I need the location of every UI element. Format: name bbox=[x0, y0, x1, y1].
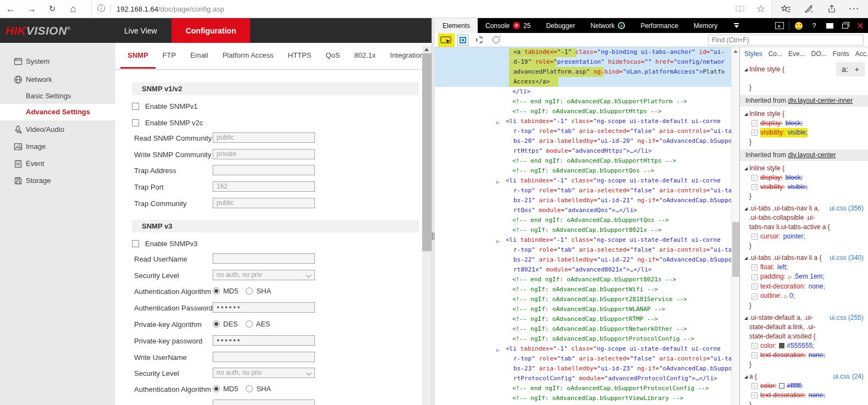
select-security-level[interactable]: no auth, no priv bbox=[213, 368, 315, 378]
dom-comment-node[interactable]: <!-- end ngIf: oAdvancedCap.bSupportHttp… bbox=[435, 156, 731, 166]
checkbox-enable-snmp-v2c[interactable] bbox=[132, 119, 139, 126]
dom-element-node[interactable]: <li tabindex="-1" class="ng-scope ui-sta… bbox=[435, 235, 731, 275]
nav-tab-live-view[interactable]: Live View bbox=[110, 18, 172, 43]
expand-triangle-icon[interactable] bbox=[744, 207, 748, 210]
expand-triangle-icon[interactable] bbox=[744, 113, 748, 116]
property-checkbox[interactable]: ✓ bbox=[751, 120, 758, 126]
input-trap-address[interactable] bbox=[213, 165, 315, 175]
input-field[interactable] bbox=[213, 400, 315, 405]
devtools-tab-network[interactable]: Network bbox=[583, 18, 633, 33]
devtools-tab-elements[interactable]: Elements bbox=[435, 18, 478, 33]
sidebar-item-event[interactable]: Event bbox=[0, 156, 115, 172]
radio-md5[interactable] bbox=[213, 385, 220, 392]
pseudo-class-button[interactable]: a: bbox=[842, 65, 848, 74]
tab-802-1x[interactable]: 802.1x bbox=[347, 43, 383, 69]
input-write-username[interactable] bbox=[213, 352, 315, 362]
expand-arrow-icon[interactable]: ▷ bbox=[496, 236, 499, 246]
tab-platform-access[interactable]: Platform Access bbox=[215, 43, 281, 69]
more-tabs-icon[interactable] bbox=[734, 23, 739, 28]
expand-triangle-icon[interactable] bbox=[744, 257, 748, 260]
dom-comment-node[interactable]: <!-- end ngIf: oAdvancedCap.bSupportPlat… bbox=[435, 97, 731, 107]
dom-comment-node[interactable]: <!-- end ngIf: oAdvancedCap.bSupportQos … bbox=[435, 215, 731, 225]
dom-element-node[interactable]: <li tabindex="-1" class="ng-scope ui-sta… bbox=[435, 116, 731, 156]
styles-tab-styles[interactable]: Styles bbox=[744, 50, 762, 58]
inherited-from-link[interactable]: div.layout-center-inner bbox=[788, 97, 853, 104]
undock-icon[interactable]: ▸ bbox=[772, 18, 787, 33]
dom-node-selected[interactable]: <a tabindex="-1" class="ng-binding ui-ta… bbox=[435, 47, 731, 87]
sidebar-item-advanced-settings[interactable]: Advanced Settings bbox=[0, 104, 115, 120]
sidebar-item-basic-settings[interactable]: Basic Settings bbox=[0, 88, 115, 104]
tab-email[interactable]: Email bbox=[183, 43, 215, 69]
input-trap-port[interactable]: 162 bbox=[213, 181, 315, 192]
property-checkbox[interactable]: ✓ bbox=[751, 130, 758, 136]
sidebar-item-video-audio[interactable]: Video/Audio bbox=[0, 121, 115, 138]
nav-tab-configuration[interactable]: Configuration bbox=[172, 18, 251, 43]
input-read-username[interactable] bbox=[213, 253, 315, 264]
dom-comment-node[interactable]: <!-- ngIf: oAdvancedCap.bSupportWLANAP -… bbox=[435, 304, 731, 314]
color-picker-icon[interactable] bbox=[471, 34, 488, 47]
dom-element-node[interactable]: </li> bbox=[435, 87, 731, 97]
dom-element-node[interactable]: <li tabindex="-1" class="ng-scope ui-sta… bbox=[435, 176, 731, 215]
dom-comment-node[interactable]: <!-- ngIf: oAdvancedCap.bSupportNetworkO… bbox=[435, 324, 731, 334]
expand-triangle-icon[interactable] bbox=[744, 317, 748, 320]
web-note-icon[interactable] bbox=[799, 0, 818, 18]
dom-comment-node[interactable]: <!-- ngIf: oAdvancedCap.bSupportQos --> bbox=[435, 166, 731, 176]
color-swatch[interactable] bbox=[779, 343, 784, 348]
more-icon[interactable]: ··· bbox=[845, 0, 864, 18]
sidebar-item-image[interactable]: Image bbox=[0, 138, 115, 155]
dom-comment-node[interactable]: <!-- end ngIf: oAdvancedCap.bSupportProt… bbox=[435, 384, 731, 393]
expand-arrow-icon[interactable]: ▷ bbox=[784, 294, 788, 299]
tab-qos[interactable]: QoS bbox=[318, 43, 347, 69]
styles-tab-fonts[interactable]: Fonts bbox=[833, 50, 849, 58]
property-checkbox[interactable]: ✓ bbox=[751, 274, 758, 280]
page-scrollbar-thumb[interactable] bbox=[422, 53, 432, 251]
select-element-icon[interactable] bbox=[438, 34, 455, 47]
expand-arrow-icon[interactable]: ▷ bbox=[496, 177, 499, 187]
tab-ftp[interactable]: FTP bbox=[156, 43, 184, 69]
property-checkbox[interactable]: ✓ bbox=[751, 234, 758, 240]
refresh-dom-icon[interactable] bbox=[488, 34, 504, 47]
dom-comment-node[interactable]: <!-- ngIf: oAdvancedCap.bSupportHttps --… bbox=[435, 107, 731, 116]
expand-arrow-icon[interactable]: ▷ bbox=[496, 345, 499, 355]
dom-comment-node[interactable]: <!-- ngIf: oAdvancedCap.bSupportWifi --> bbox=[435, 285, 731, 295]
dom-element-node[interactable]: <li tabindex="-1" class="ng-scope ui-sta… bbox=[435, 344, 731, 384]
devtools-tab-console[interactable]: Console✕25 bbox=[478, 18, 538, 33]
dom-comment-node[interactable]: <!-- ngIf: oAdvancedCap.bSupportProtocol… bbox=[435, 334, 731, 344]
radio-des[interactable] bbox=[213, 320, 220, 328]
styles-tab-co[interactable]: Co... bbox=[769, 50, 782, 58]
sidebar-item-storage[interactable]: Storage bbox=[0, 173, 115, 189]
property-checkbox[interactable]: ✓ bbox=[751, 392, 758, 398]
feedback-smiley-icon[interactable] bbox=[791, 18, 806, 33]
scrollbar-up-icon[interactable] bbox=[424, 48, 429, 51]
expand-triangle-icon[interactable] bbox=[744, 68, 748, 71]
expand-triangle-icon[interactable] bbox=[744, 375, 748, 379]
radio-sha[interactable] bbox=[246, 287, 253, 295]
property-checkbox[interactable]: ✓ bbox=[751, 383, 758, 389]
tab-https[interactable]: HTTPS bbox=[281, 43, 319, 69]
sidebar-item-system[interactable]: System bbox=[0, 53, 115, 70]
back-icon[interactable]: ← bbox=[0, 0, 21, 18]
expand-arrow-icon[interactable]: ▷ bbox=[788, 275, 792, 280]
dom-comment-node[interactable]: <!-- ngIf: oAdvancedCap.bSupport28181Ser… bbox=[435, 295, 731, 304]
radio-md5[interactable] bbox=[213, 287, 220, 295]
expand-arrow-icon[interactable]: ▷ bbox=[496, 118, 499, 127]
input-trap-community[interactable]: public bbox=[213, 198, 315, 208]
new-rule-button[interactable]: + bbox=[855, 65, 859, 74]
page-scrollbar[interactable] bbox=[422, 46, 432, 405]
property-checkbox[interactable]: ✓ bbox=[751, 264, 758, 270]
styles-tab-eve[interactable]: Eve... bbox=[788, 50, 805, 58]
input-read-snmp-community[interactable]: public bbox=[213, 132, 315, 143]
hub-icon[interactable] bbox=[777, 0, 795, 18]
property-checkbox[interactable]: ✓ bbox=[751, 352, 758, 358]
radio-aes[interactable] bbox=[246, 320, 253, 328]
property-checkbox[interactable]: ✓ bbox=[751, 293, 758, 299]
property-checkbox[interactable]: ✓ bbox=[751, 175, 758, 181]
home-icon[interactable]: ⌂ bbox=[63, 0, 84, 18]
reading-view-icon[interactable] bbox=[729, 0, 750, 18]
property-checkbox[interactable]: ✓ bbox=[751, 184, 758, 190]
dom-comment-node[interactable]: <!-- ngIf: oAdvancedCap.bSupportViewLibr… bbox=[435, 393, 731, 403]
checkbox-enable-snmpv3[interactable] bbox=[132, 240, 139, 247]
color-swatch[interactable] bbox=[779, 383, 784, 389]
dom-tree-scrollbar[interactable] bbox=[731, 47, 739, 405]
stylesheet-link[interactable]: ui.css (255) bbox=[830, 313, 864, 323]
